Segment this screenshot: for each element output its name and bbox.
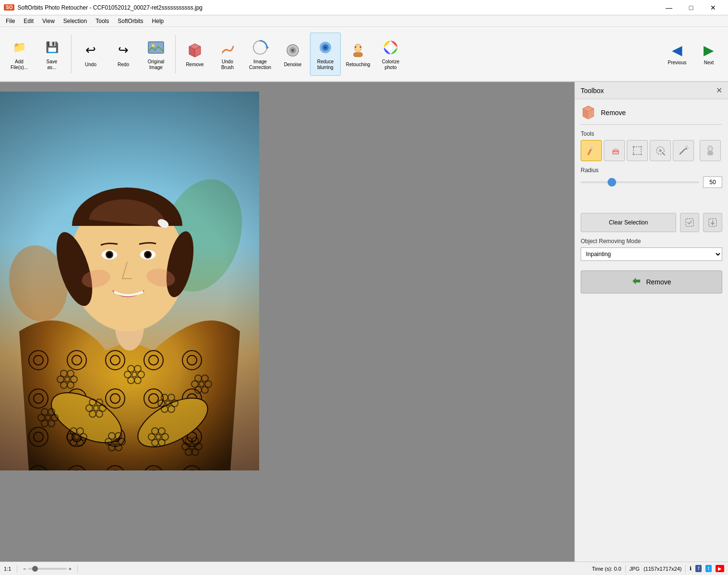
svg-point-1 — [152, 44, 155, 47]
menu-edit[interactable]: Edit — [20, 17, 37, 25]
retouching-icon — [348, 41, 368, 60]
toolbar-denoise[interactable]: Denoise — [277, 33, 308, 76]
facebook-icon[interactable]: f — [695, 565, 702, 572]
menu-view[interactable]: View — [38, 17, 59, 25]
toolbar-redo[interactable]: ↪ Redo — [108, 33, 139, 76]
toolbox-title: Toolbox — [581, 87, 604, 94]
minimize-button[interactable]: — — [658, 0, 680, 15]
svg-rect-12 — [353, 52, 363, 57]
clear-selection-button[interactable]: Clear Selection — [581, 213, 676, 232]
canvas-area[interactable] — [0, 82, 574, 562]
remove-action-button[interactable]: Remove — [581, 270, 722, 293]
toolbox-header: Toolbox ✕ — [575, 82, 728, 99]
toolbox-close-button[interactable]: ✕ — [716, 86, 722, 95]
select-save-button[interactable] — [680, 213, 699, 232]
next-button[interactable]: ▶ Next — [693, 33, 724, 76]
zoom-slider[interactable] — [28, 568, 67, 570]
menu-selection[interactable]: Selection — [60, 17, 91, 25]
toolbox-title-row: Toolbox — [581, 87, 604, 94]
svg-point-34 — [709, 147, 712, 151]
toolbox-panel: Toolbox ✕ Remove Tools — [574, 82, 728, 562]
svg-point-22 — [641, 146, 642, 148]
menu-softorbits[interactable]: SoftOrbits — [114, 17, 147, 25]
remove-icon — [185, 41, 204, 60]
svg-marker-3 — [267, 46, 269, 49]
zoom-level: 1:1 — [4, 566, 11, 572]
next-label: Next — [704, 60, 714, 66]
svg-point-11 — [356, 45, 360, 51]
svg-point-6 — [291, 49, 294, 52]
svg-point-23 — [633, 154, 634, 155]
add-files-icon: 📁 — [10, 38, 29, 57]
remove-action-icon — [632, 276, 642, 289]
undo-brush-label: UndoBrush — [221, 59, 234, 70]
zoom-slider-container: − + — [23, 566, 72, 572]
toolbar-sep-1 — [71, 35, 72, 73]
menu-file[interactable]: File — [2, 17, 19, 25]
toolbar-undo-brush[interactable]: UndoBrush — [212, 33, 243, 76]
info-icon[interactable]: ℹ — [690, 565, 692, 572]
svg-point-21 — [633, 146, 634, 148]
toolbox-body: Remove Tools — [575, 99, 728, 299]
previous-button[interactable]: ◀ Previous — [662, 33, 692, 76]
radius-slider[interactable] — [581, 181, 699, 183]
toolbox-section-header: Remove — [581, 105, 722, 125]
toolbar-remove[interactable]: Remove — [179, 33, 210, 76]
tool-brush-button[interactable] — [581, 140, 602, 161]
nav-buttons: ◀ Previous ▶ Next — [662, 33, 724, 76]
tools-row — [581, 140, 722, 161]
colorize-icon — [381, 38, 400, 57]
radius-row: 50 — [581, 176, 722, 188]
save-as-icon: 💾 — [42, 38, 61, 57]
radius-label: Radius — [581, 167, 722, 174]
svg-point-24 — [641, 154, 642, 155]
title-bar-left: SO SoftOrbits Photo Retoucher - CCF01052… — [4, 4, 203, 11]
reduce-blurring-label: Reduceblurring — [317, 59, 334, 70]
select-load-button[interactable] — [703, 213, 722, 232]
window-title: SoftOrbits Photo Retoucher - CCF01052012… — [17, 4, 203, 11]
status-bar: 1:1 − + Time (s): 0.0 JPG (1157x1717x24)… — [0, 562, 728, 575]
close-button[interactable]: ✕ — [702, 0, 724, 15]
dimensions-label: (1157x1717x24) — [644, 566, 682, 572]
photo-canvas[interactable] — [0, 92, 259, 470]
retouching-label: Retouching — [346, 62, 370, 68]
original-image-label: OriginalImage — [148, 59, 164, 70]
undo-icon: ↩ — [81, 41, 100, 60]
toolbar-save-as[interactable]: 💾 Saveas... — [36, 33, 67, 76]
status-sep-2 — [77, 565, 78, 573]
toolbar-retouching[interactable]: Retouching — [343, 33, 373, 76]
toolbar-undo[interactable]: ↩ Undo — [75, 33, 106, 76]
toolbar-reduce-blurring[interactable]: Reduceblurring — [310, 33, 341, 76]
colorize-label: Colorizephoto — [382, 59, 400, 70]
time-label: Time (s): 0.0 — [592, 566, 621, 572]
menu-help[interactable]: Help — [148, 17, 168, 25]
svg-rect-20 — [633, 147, 641, 154]
toolbar-image-correction[interactable]: ImageCorrection — [245, 33, 275, 76]
svg-point-9 — [324, 46, 327, 49]
status-sep-1 — [17, 565, 17, 573]
tool-stamp-button[interactable] — [700, 140, 721, 161]
zoom-minus-icon[interactable]: − — [23, 566, 26, 572]
maximize-button[interactable]: □ — [680, 0, 702, 15]
app-logo: SO — [4, 4, 14, 11]
svg-marker-38 — [633, 278, 640, 284]
mode-select[interactable]: Inpainting Background Fill Clone Stamp — [581, 247, 722, 261]
youtube-icon[interactable]: ▶ — [716, 565, 724, 572]
mode-label: Object Removing Mode — [581, 238, 722, 245]
tool-magic-select-button[interactable] — [650, 140, 671, 161]
zoom-plus-icon[interactable]: + — [69, 566, 72, 572]
menu-tools[interactable]: Tools — [92, 17, 113, 25]
toolbar-colorize[interactable]: Colorizephoto — [375, 33, 406, 76]
add-files-label: AddFile(s)... — [11, 59, 28, 70]
svg-rect-17 — [590, 146, 593, 149]
twitter-icon[interactable]: t — [705, 565, 712, 572]
tool-wand-button[interactable] — [673, 140, 694, 161]
spacer — [581, 194, 722, 203]
original-image-icon — [146, 38, 166, 57]
tool-select-rect-button[interactable] — [627, 140, 648, 161]
tool-eraser-button[interactable] — [604, 140, 625, 161]
tools-section-label: Tools — [581, 130, 722, 137]
toolbar-add-files[interactable]: 📁 AddFile(s)... — [4, 33, 35, 76]
previous-label: Previous — [668, 60, 687, 66]
toolbar-original-image[interactable]: OriginalImage — [141, 33, 171, 76]
